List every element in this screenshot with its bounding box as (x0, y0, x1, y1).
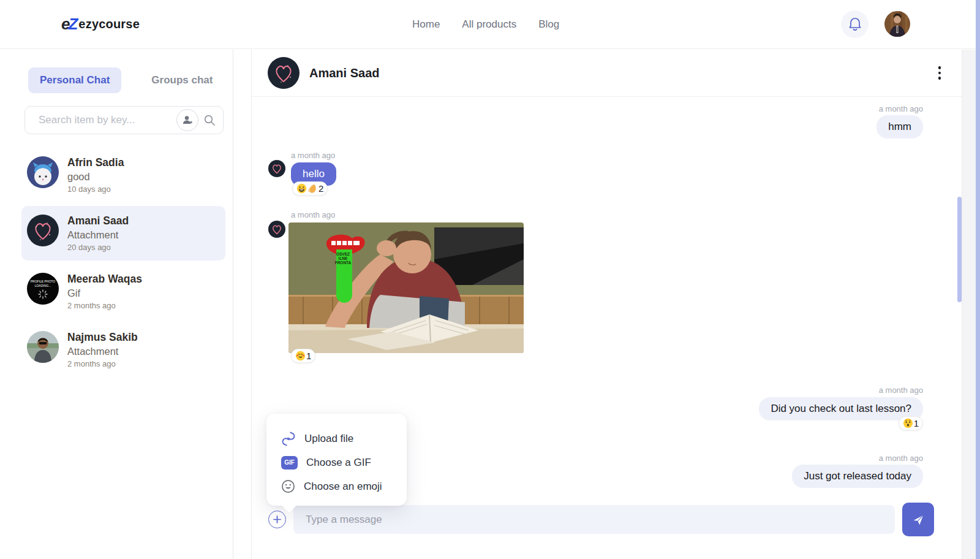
reaction-pill[interactable]: 1 (899, 416, 923, 430)
send-button[interactable] (902, 503, 934, 536)
svg-text:LOADING...: LOADING... (35, 284, 51, 287)
nav-link-blog[interactable]: Blog (538, 18, 559, 31)
user-avatar-photo (884, 11, 910, 37)
menu-item-label: Upload file (304, 433, 353, 445)
gif-badge-icon: GIF (281, 456, 298, 470)
chat-name: Amani Saad (67, 215, 129, 227)
sender-mini-avatar (268, 160, 285, 177)
menu-item-upload-file[interactable]: Upload file (281, 427, 407, 451)
chat-sidebar: Personal Chat Groups chat (0, 50, 233, 559)
avatar-loading-placeholder: PROFILE PHOTO LOADING... (27, 273, 59, 305)
avatar-cat-photo (27, 156, 59, 188)
message-composer (252, 505, 962, 539)
message-timestamp: a month ago (879, 454, 923, 463)
menu-item-label: Choose a GIF (306, 457, 371, 469)
person-add-icon (182, 115, 193, 126)
menu-item-choose-gif[interactable]: GIF Choose a GIF (281, 451, 407, 474)
search-input[interactable] (39, 114, 176, 126)
reaction-pill[interactable]: 1 (291, 349, 315, 363)
avatar-man-sunglasses (27, 331, 59, 363)
chat-preview: Gif (67, 287, 142, 299)
svg-text:PROFILE PHOTO: PROFILE PHOTO (31, 280, 56, 283)
chat-name: Meerab Waqas (67, 273, 142, 286)
bell-icon (848, 17, 862, 32)
smiling-face-with-hearts-emoji (295, 351, 306, 361)
chat-search-box (24, 106, 224, 134)
link-icon (281, 432, 296, 446)
panel-gutter (962, 50, 976, 559)
chat-preview: Attachment (67, 229, 129, 241)
add-contact-button[interactable] (176, 109, 198, 131)
attach-button[interactable] (268, 511, 286, 528)
page-scrollbar[interactable] (976, 0, 980, 559)
notifications-button[interactable] (841, 10, 869, 38)
avatar-sparkler-heart (27, 215, 59, 246)
sent-message-bubble[interactable]: hmm (876, 115, 923, 139)
surprised-face-emoji (903, 418, 913, 428)
smiley-icon (281, 479, 295, 493)
gif-scene-bored-reader (288, 222, 524, 353)
top-navbar: eZ ezycourse Home All products Blog (0, 0, 976, 49)
chat-list-item-meerab-waqas[interactable]: PROFILE PHOTO LOADING... Meerab Waqas Gi… (21, 264, 225, 319)
grinning-face-emoji (296, 183, 307, 194)
chat-options-button[interactable] (931, 64, 948, 82)
messages-scrollbar-thumb[interactable] (957, 197, 962, 302)
chat-time: 2 months ago (67, 301, 142, 310)
brand-name: ezycourse (78, 17, 140, 31)
user-avatar[interactable] (884, 11, 910, 37)
chat-preview: good (67, 171, 124, 183)
chat-header-avatar[interactable] (268, 57, 300, 89)
menu-item-label: Choose an emoji (304, 481, 382, 493)
send-plane-icon (911, 513, 925, 527)
nav-links: Home All products Blog (412, 0, 559, 49)
chat-partner-name: Amani Saad (309, 66, 379, 80)
message-input[interactable] (293, 505, 895, 534)
sent-message-bubble[interactable]: Did you check out last lesson? (759, 397, 923, 420)
chat-preview: Attachment (67, 346, 138, 357)
chat-list: Afrin Sadia good 10 days ago Amani Saad (0, 148, 233, 381)
brand-logo[interactable]: eZ ezycourse (61, 15, 140, 34)
gif-sticker-text: OSVEZ ILNE FRONTA (333, 252, 353, 265)
message-timestamp: a month ago (879, 104, 923, 113)
chat-name: Najmus Sakib (67, 331, 138, 344)
message-timestamp: a month ago (291, 151, 335, 160)
chat-time: 10 days ago (67, 184, 124, 194)
message-timestamp: a month ago (291, 210, 335, 219)
waving-hand-emoji (307, 183, 318, 194)
chat-time: 2 months ago (67, 359, 138, 368)
attach-menu-popup: Upload file GIF Choose a GIF Choose an e… (266, 414, 407, 506)
nav-link-all-products[interactable]: All products (462, 18, 516, 31)
chat-header: Amani Saad (252, 50, 962, 97)
chat-app-page: eZ ezycourse Home All products Blog (0, 0, 980, 559)
tab-personal-chat[interactable]: Personal Chat (28, 67, 121, 93)
chat-name: Afrin Sadia (67, 156, 124, 169)
search-icon[interactable] (203, 114, 216, 126)
menu-item-choose-emoji[interactable]: Choose an emoji (281, 474, 407, 498)
sent-message-bubble[interactable]: Just got released today (792, 465, 923, 488)
chat-list-item-najmus-sakib[interactable]: Najmus Sakib Attachment 2 months ago (21, 322, 225, 377)
reaction-pill[interactable]: 2 (292, 181, 328, 196)
gif-message-image[interactable]: OSVEZ ILNE FRONTA (288, 222, 524, 353)
plus-icon (273, 515, 281, 523)
reaction-count: 1 (914, 418, 919, 428)
tab-groups-chat[interactable]: Groups chat (140, 67, 224, 93)
message-timestamp: a month ago (879, 386, 923, 395)
reaction-count: 2 (318, 183, 323, 194)
chat-time: 20 days ago (67, 243, 129, 252)
ezycourse-logo-icon: eZ (61, 15, 76, 34)
sender-mini-avatar (268, 221, 285, 238)
chat-tabs: Personal Chat Groups chat (28, 67, 224, 93)
chat-list-item-amani-saad[interactable]: Amani Saad Attachment 20 days ago (21, 206, 225, 260)
nav-link-home[interactable]: Home (412, 18, 440, 31)
reaction-count: 1 (306, 351, 311, 361)
chat-list-item-afrin-sadia[interactable]: Afrin Sadia good 10 days ago (21, 148, 225, 202)
chat-panel: Amani Saad a month ago hmm a month ago h… (251, 50, 962, 559)
